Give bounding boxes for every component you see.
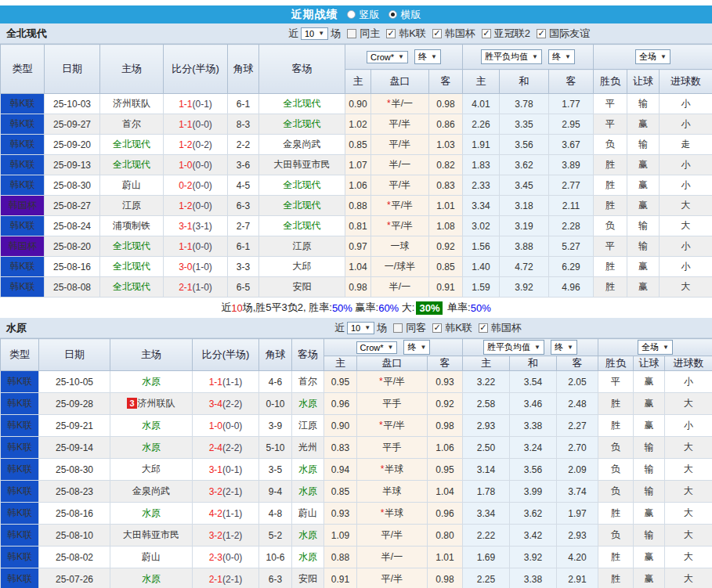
- home-team-cell[interactable]: 水原: [110, 568, 193, 588]
- home-team-cell[interactable]: 蔚山: [100, 175, 164, 196]
- away-team-link[interactable]: 全北现代: [284, 200, 321, 211]
- home-team-cell[interactable]: 全北现代: [100, 257, 164, 277]
- away-team-link[interactable]: 全北现代: [284, 118, 321, 129]
- home-team-cell[interactable]: 水原: [110, 437, 193, 459]
- home-team-cell[interactable]: 金泉尚武: [110, 481, 193, 503]
- away-team-link[interactable]: 全北现代: [284, 179, 321, 190]
- away-team-link[interactable]: 首尔: [298, 376, 317, 387]
- home-team-link[interactable]: 水原: [142, 507, 161, 518]
- league-checkbox[interactable]: ✓: [479, 323, 488, 333]
- away-team-cell[interactable]: 安阳: [292, 568, 324, 588]
- home-team-link[interactable]: 全北现代: [113, 139, 150, 150]
- home-team-link[interactable]: 全北现代: [113, 159, 150, 170]
- away-team-link[interactable]: 大田韩亚市民: [274, 159, 331, 170]
- away-team-link[interactable]: 江原: [293, 240, 312, 251]
- league-checkbox[interactable]: ✓: [432, 323, 442, 333]
- away-team-link[interactable]: 水原: [298, 398, 317, 409]
- home-team-cell[interactable]: 水原: [110, 415, 193, 437]
- home-team-cell[interactable]: 首尔: [100, 114, 164, 135]
- league-checkbox[interactable]: ✓: [386, 29, 396, 38]
- match-count-select[interactable]: 10▼: [347, 322, 374, 334]
- home-team-cell[interactable]: 全北现代: [100, 135, 164, 155]
- away-team-link[interactable]: 水原: [298, 464, 317, 474]
- away-team-cell[interactable]: 水原: [292, 481, 324, 503]
- home-team-link[interactable]: 蔚山: [122, 179, 141, 190]
- away-team-link[interactable]: 光州: [298, 442, 317, 453]
- horizontal-layout-radio[interactable]: [389, 10, 397, 19]
- away-team-cell[interactable]: 全北现代: [259, 94, 345, 114]
- league-checkbox-label[interactable]: 国际友谊: [549, 27, 590, 41]
- same-venue-label[interactable]: 同主: [360, 27, 380, 41]
- home-team-link[interactable]: 水原: [142, 573, 161, 584]
- home-team-cell[interactable]: 济州联队: [100, 94, 164, 114]
- home-team-link[interactable]: 济州联队: [113, 98, 150, 109]
- home-team-link[interactable]: 首尔: [122, 118, 141, 129]
- away-team-cell[interactable]: 全北现代: [259, 114, 345, 135]
- away-team-cell[interactable]: 水原: [292, 547, 324, 568]
- away-team-cell[interactable]: 江原: [292, 415, 324, 437]
- home-team-cell[interactable]: 浦项制铁: [100, 216, 164, 236]
- league-checkbox[interactable]: ✓: [482, 29, 491, 38]
- away-team-link[interactable]: 水原: [298, 529, 317, 540]
- odds-source-select[interactable]: Crow*▼: [367, 51, 408, 63]
- away-team-cell[interactable]: 光州: [292, 437, 324, 459]
- away-team-cell[interactable]: 全北现代: [259, 175, 345, 196]
- away-team-link[interactable]: 江原: [298, 420, 317, 431]
- away-team-link[interactable]: 大邱: [293, 261, 312, 272]
- league-checkbox-label[interactable]: 韩国杯: [491, 321, 522, 335]
- league-checkbox[interactable]: ✓: [432, 29, 442, 38]
- league-checkbox-label[interactable]: 亚冠联2: [494, 27, 530, 41]
- home-team-cell[interactable]: 水原: [110, 371, 193, 393]
- away-team-cell[interactable]: 金泉尚武: [259, 135, 345, 155]
- odds-source-select[interactable]: 全场▼: [638, 340, 673, 355]
- home-team-link[interactable]: 全北现代: [113, 240, 150, 251]
- home-team-cell[interactable]: 全北现代: [100, 277, 164, 298]
- odds-source-select[interactable]: 终▼: [551, 340, 577, 355]
- home-team-link[interactable]: 全北现代: [113, 261, 150, 272]
- away-team-cell[interactable]: 安阳: [259, 277, 345, 298]
- vertical-layout-radio[interactable]: [347, 10, 356, 19]
- away-team-link[interactable]: 水原: [298, 485, 317, 496]
- same-venue-checkbox[interactable]: ✓: [347, 29, 356, 38]
- home-team-cell[interactable]: 水原: [110, 503, 193, 525]
- home-team-link[interactable]: 大邱: [142, 464, 161, 474]
- home-team-cell[interactable]: 大田韩亚市民: [110, 525, 193, 547]
- home-team-link[interactable]: 蔚山: [142, 551, 161, 562]
- away-team-cell[interactable]: 全北现代: [259, 196, 345, 216]
- away-team-link[interactable]: 水原: [298, 551, 317, 562]
- home-team-link[interactable]: 水原: [142, 376, 161, 387]
- home-team-cell[interactable]: 江原: [100, 196, 164, 216]
- odds-source-select[interactable]: 胜平负均值▼: [481, 49, 542, 64]
- odds-source-select[interactable]: 终▼: [414, 49, 441, 64]
- vertical-layout-label[interactable]: 竖版: [360, 8, 380, 22]
- home-team-cell[interactable]: 大邱: [110, 459, 193, 481]
- away-team-link[interactable]: 金泉尚武: [284, 139, 321, 150]
- match-count-select[interactable]: 10▼: [301, 27, 328, 40]
- away-team-link[interactable]: 安阳: [293, 281, 312, 292]
- away-team-link[interactable]: 安阳: [298, 573, 317, 584]
- away-team-cell[interactable]: 水原: [292, 459, 324, 481]
- home-team-link[interactable]: 浦项制铁: [113, 220, 150, 231]
- odds-source-select[interactable]: Crow*▼: [356, 341, 398, 354]
- away-team-link[interactable]: 蔚山: [298, 507, 317, 518]
- odds-source-select[interactable]: 胜平负均值▼: [483, 340, 544, 355]
- home-team-cell[interactable]: 3济州联队: [110, 393, 193, 415]
- league-checkbox[interactable]: ✓: [537, 29, 546, 38]
- league-checkbox-label[interactable]: 韩K联: [445, 321, 472, 335]
- home-team-link[interactable]: 全北现代: [113, 281, 150, 292]
- home-team-link[interactable]: 水原: [142, 420, 161, 431]
- away-team-cell[interactable]: 全北现代: [259, 216, 345, 236]
- same-venue-checkbox[interactable]: ✓: [393, 323, 403, 333]
- home-team-cell[interactable]: 全北现代: [100, 236, 164, 257]
- away-team-cell[interactable]: 大邱: [259, 257, 345, 277]
- away-team-cell[interactable]: 江原: [259, 236, 345, 257]
- league-checkbox-label[interactable]: 韩国杯: [445, 27, 475, 41]
- away-team-cell[interactable]: 水原: [292, 525, 324, 547]
- away-team-cell[interactable]: 大田韩亚市民: [259, 155, 345, 175]
- away-team-cell[interactable]: 水原: [292, 393, 324, 415]
- odds-source-select[interactable]: 全场▼: [635, 49, 670, 64]
- home-team-link[interactable]: 江原: [122, 200, 141, 211]
- home-team-cell[interactable]: 蔚山: [110, 547, 193, 568]
- odds-source-select[interactable]: 终▼: [548, 49, 575, 64]
- home-team-link[interactable]: 济州联队: [138, 398, 175, 409]
